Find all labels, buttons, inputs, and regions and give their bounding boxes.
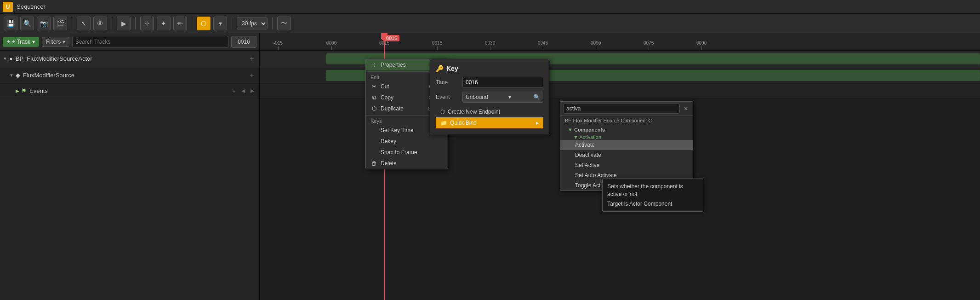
ruler-label-0090: 0075 [644, 40, 654, 46]
event-dropdown[interactable]: Unbound ▾ 🔍 [462, 92, 543, 103]
menu-item-rekey-label: Rekey [381, 138, 396, 144]
activation-label: Activation [579, 134, 601, 140]
expand-icon-comp: ▼ [9, 73, 14, 78]
tooltip-line2: Target is Actor Component [607, 200, 698, 208]
tooltip-line1: Sets whether the component is active or … [607, 183, 698, 198]
time-label: Time [436, 79, 459, 86]
cut-icon: ✂ [370, 83, 378, 90]
sep3 [135, 17, 136, 29]
ruler-tick-0000: 0000 [326, 40, 336, 50]
playhead-label: 0016 [384, 35, 399, 41]
key-dropdown-btn[interactable]: ▾ [213, 17, 227, 30]
ruler-line [649, 46, 649, 50]
sep5 [232, 17, 232, 29]
set-auto-activate-label: Set Auto Activate [575, 172, 617, 179]
main-toolbar: 💾 🔍 📷 🎬 ↖ 👁 ▶ ⊹ ✦ ✏ ⬡ ▾ 30 fps 〜 [0, 14, 980, 33]
menu-item-delete[interactable]: 🗑 Delete [366, 158, 448, 169]
qb-activation-group: ▼ Activation [560, 134, 693, 140]
save-btn[interactable]: 💾 [4, 17, 17, 30]
track-add-btn-comp1[interactable]: + [247, 71, 256, 80]
prev-event-btn[interactable]: ◀ [239, 87, 247, 95]
qb-close-button[interactable]: × [682, 104, 690, 113]
track-row-component1[interactable]: ▼ ◆ FluxModifierSource + [0, 67, 259, 84]
plus-icon: + [7, 39, 10, 45]
event-icon: ⚑ [21, 87, 27, 94]
actor-icon: ● [9, 55, 13, 62]
track-add-btn-actor1[interactable]: + [247, 54, 256, 63]
key-popup: 🔑 Key Time Event Unbound ▾ 🔍 ⬡ Create Ne… [430, 59, 549, 134]
fps-select[interactable]: 30 fps [237, 17, 268, 29]
quick-bind-panel: × BP Flux Modifier Source Component C ▼ … [560, 101, 693, 191]
sep6 [272, 17, 273, 29]
ruler-label-0075: 0060 [591, 40, 601, 46]
pen-btn[interactable]: ✏ [173, 17, 187, 30]
ruler-line [437, 46, 438, 50]
timeline-ruler: -015 0000 0015 0015 0030 0045 [260, 33, 980, 51]
frame-number-input[interactable] [231, 36, 256, 48]
wave-btn[interactable]: 〜 [277, 17, 291, 30]
ruler-tick-0030: 0015 [432, 40, 442, 50]
filters-label: Filters [46, 39, 61, 45]
chevron-down-icon: ▾ [32, 39, 35, 45]
event-search-icon[interactable]: 🔍 [533, 94, 540, 100]
activation-expand-icon: ▼ [573, 134, 578, 140]
key-btn[interactable]: ⬡ [197, 17, 211, 30]
track-name-event1: Events [29, 87, 48, 94]
endpoint-icon: ⬡ [440, 109, 445, 115]
ruler-label-0000: 0000 [326, 40, 336, 46]
qb-item-activate[interactable]: Activate [560, 140, 693, 150]
ruler-tick-0060: 0045 [538, 40, 548, 50]
add-event-btn[interactable]: + [230, 87, 238, 95]
eye-btn[interactable]: 👁 [93, 17, 107, 30]
track-row-event1[interactable]: ▶ ⚑ Events + ◀ ▶ [0, 84, 259, 98]
transform-btn[interactable]: ⊹ [140, 17, 154, 30]
qb-search-input[interactable] [563, 104, 680, 114]
create-endpoint-item[interactable]: ⬡ Create New Endpoint [436, 106, 543, 117]
deactivate-label: Deactivate [575, 152, 601, 158]
qb-search-row: × [560, 102, 693, 116]
search-input[interactable] [72, 36, 228, 48]
camera-btn[interactable]: 📷 [37, 17, 51, 30]
menu-item-properties-label: Properties [381, 62, 406, 68]
qb-item-set-active[interactable]: Set Active [560, 160, 693, 170]
film-btn[interactable]: 🎬 [53, 17, 67, 30]
play-btn[interactable]: ▶ [117, 17, 131, 30]
track-header-panel: + + Track ▾ Filters ▾ ▼ ● BP_FluxModifie… [0, 33, 260, 300]
expand-icon: ▼ [3, 56, 7, 61]
menu-item-set-key-time-label: Set Key Time [381, 127, 413, 133]
key-popup-title: 🔑 Key [436, 65, 543, 72]
add-track-button[interactable]: + + Track ▾ [3, 37, 39, 47]
quick-bind-label: Quick Bind [450, 120, 477, 126]
properties-icon: ⊹ [370, 62, 378, 68]
component-icon: ◆ [16, 72, 20, 79]
search-toolbar-btn[interactable]: 🔍 [20, 17, 34, 30]
key-popup-event-row: Event Unbound ▾ 🔍 [436, 92, 543, 103]
menu-item-rekey[interactable]: Rekey [366, 136, 448, 147]
ruler-label-0045: 0030 [485, 40, 495, 46]
window-titlebar: U Sequencer [0, 0, 980, 14]
track-row-actor1[interactable]: ▼ ● BP_FluxModifierSourceActor + [0, 51, 259, 67]
filters-button[interactable]: Filters ▾ [42, 37, 69, 47]
ruler-label-0060: 0045 [538, 40, 548, 46]
quick-bind-item[interactable]: 📁 Quick Bind ▸ [436, 117, 543, 128]
snap-btn[interactable]: ✦ [157, 17, 171, 30]
tooltip-box: Sets whether the component is active or … [602, 179, 703, 212]
menu-item-snap-to-frame[interactable]: Snap to Frame [366, 147, 448, 158]
time-input[interactable] [462, 77, 543, 88]
activate-label: Activate [575, 142, 595, 148]
next-event-btn[interactable]: ▶ [248, 87, 256, 95]
qb-item-deactivate[interactable]: Deactivate [560, 150, 693, 160]
window-title: Sequencer [17, 3, 46, 10]
track-name-component1: FluxModifierSource [23, 72, 74, 79]
menu-item-duplicate-label: Duplicate [381, 105, 404, 112]
sep2 [112, 17, 112, 29]
ruler-tick-0090: 0075 [644, 40, 654, 50]
ruler-label-0105: 0090 [696, 40, 707, 46]
ruler-tick-minus015: -015 [273, 40, 283, 50]
qb-source-label: BP Flux Modifier Source Component C [560, 116, 693, 125]
track-name-actor1: BP_FluxModifierSourceActor [16, 55, 92, 62]
menu-item-copy-label: Copy [381, 94, 393, 101]
event-nav-btns: + ◀ ▶ [230, 87, 256, 95]
ruler-tick-0075: 0060 [591, 40, 601, 50]
arrow-btn[interactable]: ↖ [77, 17, 91, 30]
